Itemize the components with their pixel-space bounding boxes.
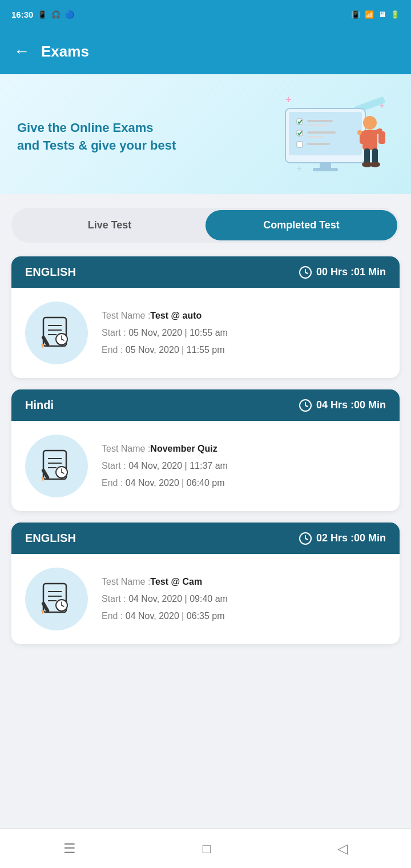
bottom-nav: ☰ □ ◁	[0, 828, 411, 868]
card-icon-2	[25, 435, 88, 497]
card-details-2: Test Name :November Quiz Start : 04 Nov,…	[102, 444, 228, 488]
svg-marker-59	[41, 610, 45, 614]
card-body-1: Test Name :Test @ auto Start : 05 Nov, 2…	[11, 288, 400, 378]
card-duration-1: 00 Hrs :01 Min	[299, 266, 386, 279]
status-time: 16:30	[11, 10, 33, 19]
svg-rect-13	[297, 142, 303, 147]
svg-rect-9	[307, 124, 327, 126]
card-icon-3	[25, 568, 88, 630]
vibrate-icon: 📳	[351, 10, 360, 19]
svg-line-29	[305, 272, 308, 274]
svg-rect-12	[307, 136, 324, 138]
test-name-row-1: Test Name :Test @ auto	[102, 311, 228, 321]
exam-card-1[interactable]: ENGLISH 00 Hrs :01 Min	[11, 256, 400, 378]
card-subject-1: ENGLISH	[25, 266, 76, 279]
banner: Give the Online Examsand Tests & give yo…	[0, 74, 411, 194]
tab-container: Live Test Completed Test	[11, 208, 400, 243]
test-name-row-3: Test Name :Test @ Cam	[102, 577, 228, 587]
card-subject-3: ENGLISH	[25, 532, 76, 545]
end-row-2: End : 04 Nov, 2020 | 06:40 pm	[102, 478, 228, 488]
back-button[interactable]: ←	[14, 42, 30, 61]
card-details-3: Test Name :Test @ Cam Start : 04 Nov, 20…	[102, 577, 228, 621]
exam-icon-1	[37, 313, 76, 353]
cards-section: ENGLISH 00 Hrs :01 Min	[0, 256, 411, 701]
svg-marker-35	[41, 344, 45, 348]
clock-icon-1	[299, 266, 312, 279]
completed-test-tab[interactable]: Completed Test	[206, 210, 397, 240]
banner-illustration: + + +	[268, 91, 394, 183]
test-name-row-2: Test Name :November Quiz	[102, 444, 228, 454]
svg-rect-15	[320, 163, 331, 168]
exam-icon-3	[37, 579, 76, 619]
end-row-3: End : 04 Nov, 2020 | 06:35 pm	[102, 611, 228, 621]
svg-rect-11	[307, 131, 336, 134]
end-row-1: End : 05 Nov, 2020 | 11:55 pm	[102, 345, 228, 355]
svg-text:+: +	[285, 94, 292, 105]
status-icon-3: 🔵	[65, 10, 74, 19]
start-row-3: Start : 04 Nov, 2020 | 09:40 am	[102, 594, 228, 604]
status-icon-1: 📱	[38, 10, 47, 19]
svg-point-25	[370, 162, 380, 167]
svg-rect-14	[307, 143, 330, 145]
svg-point-17	[363, 116, 377, 130]
screen-icon: 🖥	[378, 10, 386, 19]
card-body-2: Test Name :November Quiz Start : 04 Nov,…	[11, 421, 400, 511]
card-header-2: Hindi 04 Hrs :00 Min	[11, 389, 400, 421]
svg-rect-8	[307, 120, 333, 122]
clock-icon-3	[299, 532, 312, 545]
start-row-2: Start : 04 Nov, 2020 | 11:37 am	[102, 461, 228, 471]
card-duration-3: 02 Hrs :00 Min	[299, 532, 386, 545]
card-details-1: Test Name :Test @ auto Start : 05 Nov, 2…	[102, 311, 228, 355]
card-duration-2: 04 Hrs :00 Min	[299, 399, 386, 412]
card-header-3: ENGLISH 02 Hrs :00 Min	[11, 523, 400, 554]
svg-rect-7	[297, 119, 303, 124]
status-icon-2: 🎧	[51, 10, 61, 19]
svg-line-53	[305, 539, 308, 540]
page-title: Exams	[41, 43, 89, 61]
header: ← Exams	[0, 29, 411, 74]
svg-text:+: +	[297, 164, 301, 173]
banner-text: Give the Online Examsand Tests & give yo…	[17, 119, 176, 155]
start-row-1: Start : 05 Nov, 2020 | 10:55 am	[102, 328, 228, 338]
live-test-tab[interactable]: Live Test	[14, 210, 206, 240]
home-nav-button[interactable]: □	[203, 841, 211, 857]
card-subject-2: Hindi	[25, 399, 54, 412]
card-header-1: ENGLISH 00 Hrs :01 Min	[11, 256, 400, 288]
clock-icon-2	[299, 399, 312, 412]
exam-card-2[interactable]: Hindi 04 Hrs :00 Min	[11, 389, 400, 511]
card-body-3: Test Name :Test @ Cam Start : 04 Nov, 20…	[11, 554, 400, 644]
svg-marker-47	[41, 477, 45, 481]
svg-point-26	[357, 130, 362, 135]
status-bar-right: 📳 📶 🖥 🔋	[351, 10, 400, 19]
status-bar-left: 16:30 📱 🎧 🔵	[11, 10, 74, 19]
svg-rect-16	[313, 168, 338, 171]
menu-nav-button[interactable]: ☰	[63, 841, 76, 857]
status-bar: 16:30 📱 🎧 🔵 📳 📶 🖥 🔋	[0, 0, 411, 29]
battery-icon: 🔋	[390, 10, 400, 19]
exam-icon-2	[37, 446, 76, 486]
card-icon-1	[25, 302, 88, 364]
back-nav-button[interactable]: ◁	[337, 841, 348, 857]
exam-card-3[interactable]: ENGLISH 02 Hrs :00 Min	[11, 523, 400, 644]
wifi-icon: 📶	[365, 10, 374, 19]
svg-rect-10	[297, 130, 303, 136]
svg-line-41	[305, 405, 308, 407]
